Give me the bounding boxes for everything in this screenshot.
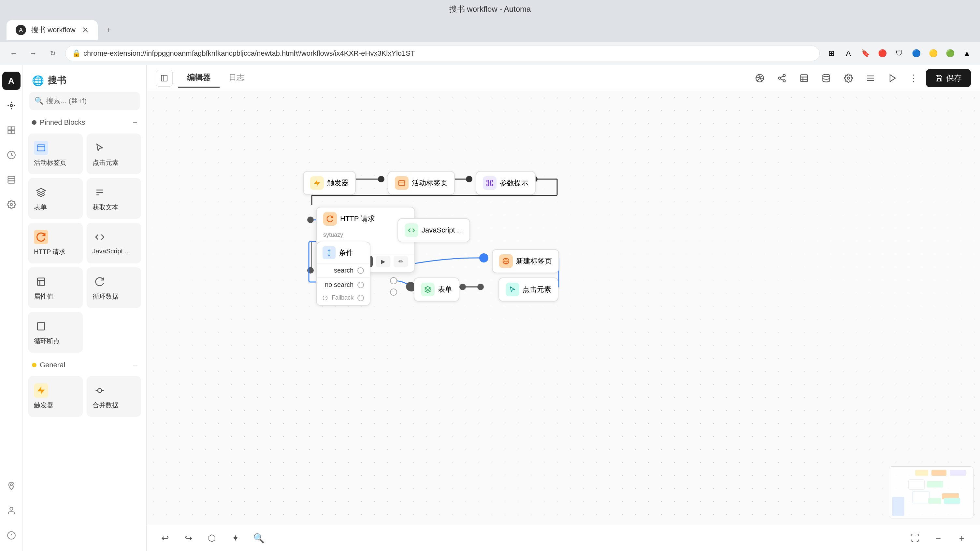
undo-button[interactable]: ↩ (156, 529, 174, 548)
config-icon-btn[interactable] (840, 70, 857, 87)
toggle-panel-button[interactable] (156, 70, 173, 87)
zoom-in-button[interactable]: + (953, 529, 971, 548)
sidebar-icon-storage[interactable] (2, 171, 21, 189)
general-blocks-grid: 触发器 合并数据 (28, 376, 141, 422)
node-param[interactable]: 参数提示 (476, 171, 536, 195)
node-form[interactable]: 表单 (414, 278, 460, 302)
workflow-connections (146, 91, 980, 525)
app-container: A 🌐 搜书 🔍 (0, 65, 980, 551)
ext-icon-3[interactable]: 🔖 (859, 47, 872, 60)
settings2-icon-btn[interactable] (862, 70, 879, 87)
play-icon-btn[interactable] (884, 70, 901, 87)
svg-rect-82 (915, 470, 928, 476)
node-condition[interactable]: 条件 search no search Fallback (316, 241, 371, 306)
cube-button[interactable]: ⬡ (203, 529, 221, 548)
sidebar-icon-location[interactable] (2, 477, 21, 495)
canvas-toolbar-right: ⋮ 保存 (751, 69, 971, 87)
condition-label: 条件 (339, 248, 353, 257)
svg-rect-1 (8, 127, 11, 130)
http-action-edit[interactable]: ✏ (394, 256, 408, 267)
block-click-el[interactable]: 点击元素 (87, 133, 142, 174)
block-label-js: JavaScript ... (92, 248, 130, 255)
main-canvas: 编辑器 日志 (146, 65, 980, 551)
block-js[interactable]: JavaScript ... (87, 223, 142, 264)
new-tab-button[interactable]: + (100, 22, 117, 38)
branch-search-label: search (334, 267, 353, 274)
node-trigger[interactable]: 触发器 (303, 171, 356, 195)
block-attribute[interactable]: 属性值 (28, 267, 83, 308)
address-bar[interactable]: 🔒 chrome-extension://infppggnoanmfagbfkn… (65, 46, 820, 61)
ext-icon-7[interactable]: 🟡 (927, 47, 940, 60)
svg-point-49 (307, 216, 314, 223)
block-icon-form (34, 185, 48, 200)
svg-point-24 (779, 77, 781, 79)
canvas-bottom-toolbar: ↩ ↪ ⬡ ✦ 🔍 ⛶ − + (146, 525, 980, 551)
pinned-blocks-grid: 活动标签页 点击元素 表单 (28, 133, 141, 358)
http-icon (323, 212, 337, 225)
ext-icon-2[interactable]: A (842, 47, 855, 60)
ext-icon-6[interactable]: 🔵 (910, 47, 923, 60)
zoom-out-button[interactable]: − (929, 529, 947, 548)
tab-log[interactable]: 日志 (220, 68, 253, 87)
save-button[interactable]: 保存 (926, 69, 971, 87)
reload-button[interactable]: ↻ (46, 46, 60, 60)
block-label-get-text: 获取文本 (92, 203, 119, 212)
svg-line-26 (781, 78, 783, 80)
tab-editor[interactable]: 编辑器 (178, 68, 220, 87)
block-trigger[interactable]: 触发器 (28, 376, 83, 417)
ext-icon-5[interactable]: 🛡 (892, 47, 906, 60)
ext-icon-1[interactable]: ⊞ (825, 47, 838, 60)
sidebar-icon-packages[interactable] (2, 121, 21, 140)
ext-icon-4[interactable]: 🔴 (876, 47, 889, 60)
ext-icon-9[interactable]: ▲ (961, 47, 974, 60)
sidebar-icon-user[interactable] (2, 502, 21, 520)
node-new-tab[interactable]: 新建标签页 (492, 249, 559, 273)
block-active-tab[interactable]: 活动标签页 (28, 133, 83, 174)
section-title-pinned: Pinned Blocks (32, 118, 85, 127)
search-canvas-button[interactable]: 🔍 (250, 529, 268, 548)
block-label-form: 表单 (34, 203, 47, 212)
trigger-icon (310, 176, 324, 190)
forward-button[interactable]: → (26, 46, 40, 60)
node-click-el2[interactable]: 点击元素 (498, 278, 558, 302)
sidebar-icon-settings[interactable] (2, 195, 21, 214)
fullscreen-button[interactable]: ⛶ (906, 529, 924, 548)
sidebar-icon-schedule[interactable] (2, 146, 21, 164)
node-js[interactable]: JavaScript ... (398, 218, 470, 242)
node-active-tab[interactable]: 活动标签页 (388, 171, 455, 195)
svg-point-62 (477, 284, 484, 290)
search-input[interactable] (29, 92, 140, 110)
general-collapse-icon[interactable]: − (133, 360, 137, 370)
monitor-icon-btn[interactable] (751, 70, 768, 87)
canvas-area[interactable]: 触发器 活动标签页 参数提示 (146, 91, 980, 525)
share-icon-btn[interactable] (773, 70, 791, 87)
block-loop-break[interactable]: 循环断点 (28, 312, 83, 353)
block-form[interactable]: 表单 (28, 178, 83, 219)
form-label: 表单 (438, 284, 452, 294)
svg-rect-89 (928, 498, 941, 504)
back-button[interactable]: ← (6, 46, 21, 60)
svg-point-33 (847, 77, 850, 79)
http-action-play[interactable]: ▶ (376, 256, 390, 267)
database-icon-btn[interactable] (818, 70, 835, 87)
more-options-btn[interactable]: ⋮ (906, 70, 921, 86)
ext-icon-8[interactable]: 🟢 (943, 47, 956, 60)
block-loop-data[interactable]: 循环数据 (87, 267, 142, 308)
close-tab-icon[interactable]: ✕ (82, 25, 89, 35)
pinned-dot (32, 120, 37, 125)
browser-tab-active[interactable]: A 搜书 workflow ✕ (6, 20, 98, 40)
condition-branch-search: search (317, 263, 370, 278)
sidebar-icon-workflows[interactable] (2, 96, 21, 114)
click-el2-icon (506, 283, 519, 296)
left-panel: 🌐 搜书 🔍 Pinned Blocks − (23, 65, 146, 551)
block-http[interactable]: HTTP 请求 (28, 223, 83, 264)
pinned-collapse-icon[interactable]: − (133, 118, 137, 127)
redo-button[interactable]: ↪ (179, 529, 197, 548)
block-data-merge[interactable]: 合并数据 (87, 376, 142, 417)
block-get-text[interactable]: 获取文本 (87, 178, 142, 219)
block-label-loop-break: 循环断点 (34, 337, 60, 346)
svg-point-55 (307, 267, 314, 273)
star-button[interactable]: ✦ (226, 529, 244, 548)
sidebar-icon-info[interactable] (2, 526, 21, 545)
table-icon-btn[interactable] (795, 70, 813, 87)
